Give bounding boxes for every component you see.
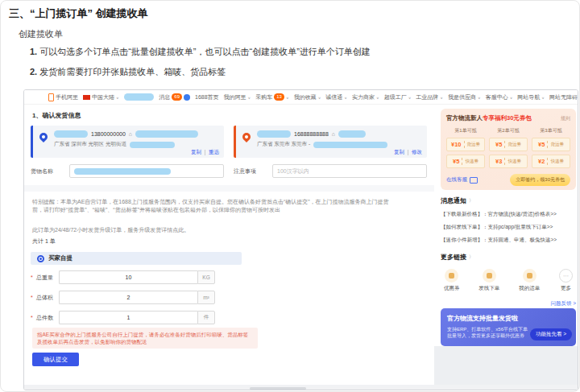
address-cards: 13800000000 ⌂ 广东省 深圳市 光明区 光明街道 复制 重选 bbox=[31, 126, 427, 158]
nav-favorites[interactable]: 我的收藏 ∨ bbox=[294, 93, 321, 101]
nav-accessibility[interactable]: 网站无障碍 bbox=[549, 93, 578, 101]
nav-region[interactable]: 中国大陆 ∨ bbox=[83, 93, 119, 101]
volume-unit: m³ bbox=[197, 291, 215, 304]
nav-label: 客服中心 bbox=[486, 93, 508, 101]
coupon-ticket: ¥2 快递券 bbox=[532, 155, 570, 168]
company-icon: ⌂ bbox=[332, 131, 335, 137]
ticket-divider bbox=[547, 141, 548, 148]
page: 三、“上门揽订单” 创建揽收单 创建揽收单 1.可以勾选多个订单点击“批量创建揽… bbox=[0, 0, 580, 392]
coupon-ticket: ¥5 快递券 bbox=[446, 155, 485, 168]
feedback-link[interactable]: 问题反馈 > bbox=[441, 300, 576, 307]
notice-item-mini-parcel[interactable]: 【迷你小件新增】：支持圆通、申通、极兔快递>> bbox=[441, 237, 576, 244]
nav-supplier[interactable]: 我是供应商 ∨ bbox=[448, 93, 481, 101]
pickup-option-label: 买家自提 bbox=[48, 254, 72, 262]
nav-my-ali[interactable]: 我的阿里 ∨ bbox=[224, 93, 251, 101]
notices-title-label: 消息通知 bbox=[441, 196, 466, 205]
cargo-name-label: 货物名称 bbox=[31, 167, 69, 175]
nav-mobile-ali[interactable]: 手机阿里 bbox=[48, 93, 78, 101]
nav-home[interactable]: 1688首页 bbox=[195, 93, 219, 101]
nav-industrial-brand[interactable]: 工业品牌 ∨ bbox=[416, 93, 443, 101]
nav-service-center[interactable]: 客服中心 ∨ bbox=[486, 93, 513, 101]
ticket-divider bbox=[504, 158, 505, 165]
sidebar-background bbox=[434, 346, 578, 385]
more-links-title[interactable]: 更多链接 〉 bbox=[441, 253, 576, 262]
quick-link-coupons[interactable]: 优惠券 bbox=[444, 269, 460, 292]
arrow-right-icon: 〉 bbox=[469, 254, 474, 261]
promo-body: 支持ERP、打单软件、x56平台线下单批量导入，发货更多还享额外优惠券 bbox=[447, 326, 528, 339]
coupon-type: 货运券 bbox=[550, 142, 564, 147]
sender-card-links: 复制 重选 bbox=[191, 149, 219, 156]
coupon-column-3: 第3单可抵 ¥5 货运券 ¥2 快递券 bbox=[532, 127, 570, 168]
quick-link-offline-order[interactable]: 发线下单 bbox=[478, 269, 499, 292]
nav-super-factory[interactable]: 超级工厂 ∨ bbox=[384, 93, 412, 101]
chat-icon bbox=[470, 177, 478, 184]
coupon-rules-link[interactable]: 规则 bbox=[561, 115, 570, 122]
feature-preview-button[interactable]: 功能抢先看 > bbox=[530, 328, 572, 340]
coupon-ticket: ¥10 货运券 bbox=[446, 138, 485, 151]
sender-copy-link[interactable]: 复制 bbox=[191, 149, 201, 156]
quick-link-label: 优惠券 bbox=[444, 285, 460, 292]
top-nav-bar: 手机阿里 中国大陆 ∨ 消息 69 1688首页 我的阿里 ∨ 采购车 bbox=[24, 90, 578, 105]
notes-input[interactable]: 100汉字以内 bbox=[272, 164, 427, 178]
coupon-value: ¥2 bbox=[538, 158, 545, 165]
pickup-warning-text: 指AE买家合作的上门揽服务公司自行上门提货，请务必在准备好货物后打印箱唛、货品标… bbox=[32, 328, 258, 349]
notice-item-offline-order[interactable]: 【如何发线下单】：支持pc/app/批量线下订单>> bbox=[441, 224, 576, 231]
online-service-link[interactable]: 在线客服 bbox=[446, 176, 478, 184]
nav-label: 工业品牌 bbox=[416, 93, 438, 101]
notices-title[interactable]: 消息通知 〉 bbox=[441, 196, 576, 205]
online-service-label: 在线客服 bbox=[446, 176, 467, 184]
quick-link-label: 更多 bbox=[561, 285, 571, 292]
nav-label: 我的阿里 bbox=[224, 93, 246, 101]
nav-messages[interactable]: 消息 69 bbox=[159, 93, 190, 101]
nav-label: 消息 bbox=[159, 93, 170, 101]
coupon-title: 官方物流新人 bbox=[446, 114, 483, 122]
total-volume-value: 2 bbox=[127, 295, 130, 300]
total-weight-value: 10 bbox=[126, 274, 132, 280]
ticket-divider bbox=[547, 158, 548, 165]
section-divider bbox=[24, 185, 434, 192]
quick-link-more[interactable]: ⋯ 更多 bbox=[559, 269, 573, 292]
quick-link-label: 我的运单 bbox=[519, 285, 540, 292]
company-icon: ⌂ bbox=[129, 131, 132, 137]
total-count-input[interactable]: 1 bbox=[59, 311, 197, 324]
promo-panel: 官方物流支持批量发货啦 支持ERP、打单软件、x56平台线下单批量导入，发货更多… bbox=[441, 308, 576, 346]
nav-strong-merchant[interactable]: 实力商家 ∨ bbox=[352, 93, 379, 101]
chevron-down-icon: ∨ bbox=[376, 95, 379, 99]
order-total-text: 共计 1 单 bbox=[32, 237, 56, 246]
quick-link-waybills[interactable]: 我的运单 bbox=[519, 269, 540, 292]
required-mark: * bbox=[31, 315, 35, 320]
sender-reselect-link[interactable]: 重选 bbox=[209, 149, 219, 156]
censored-sender-address bbox=[130, 142, 175, 148]
cart-count-badge: 13 bbox=[274, 93, 284, 101]
coupon-type: 货运券 bbox=[467, 142, 481, 147]
sign-now-button[interactable]: 立即签约，领30元券包 bbox=[510, 174, 570, 186]
total-volume-input[interactable]: 2 bbox=[59, 291, 197, 304]
receiver-modify-link[interactable]: 修改 bbox=[412, 149, 422, 156]
chevron-down-icon: ∨ bbox=[344, 95, 347, 99]
special-reminder-text: 特别提醒：本单为AE自营订单，在1688上门揽服务范围内，仅支持买家自提。您在确… bbox=[32, 198, 396, 214]
coupon-panel-header: 官方物流新人 专享福利30元券包 规则 bbox=[446, 114, 570, 122]
nav-site-nav[interactable]: 网站导航 ∨ bbox=[517, 93, 545, 101]
total-weight-input[interactable]: 10 bbox=[59, 270, 197, 284]
cargo-name-field: 货物名称 bbox=[31, 164, 224, 178]
nav-label: 超级工厂 bbox=[384, 93, 407, 101]
chevron-down-icon: ∨ bbox=[318, 95, 321, 99]
confirm-submit-button[interactable]: 确认提交 bbox=[32, 353, 79, 366]
coupon-type: 快递券 bbox=[508, 159, 521, 164]
nav-label: 我是供应商 bbox=[448, 93, 476, 101]
notes-placeholder: 100汉字以内 bbox=[277, 167, 309, 175]
chevron-down-icon: ∨ bbox=[510, 95, 513, 99]
doc-title: 三、“上门揽订单” 创建揽收单 bbox=[9, 6, 148, 21]
coupon-value: ¥5 bbox=[538, 141, 545, 148]
receiver-copy-link[interactable]: 复制 bbox=[394, 149, 404, 156]
chevron-down-icon: ∨ bbox=[248, 95, 251, 99]
buyer-self-pickup-option[interactable]: 买家自提 bbox=[31, 252, 242, 265]
cargo-name-input[interactable] bbox=[69, 164, 224, 178]
coupon-columns: 第1单可抵 ¥10 货运券 ¥5 快递券 第2单可抵 ¥5 bbox=[446, 127, 570, 168]
censored-account-name bbox=[124, 93, 155, 101]
nav-chengxintong[interactable]: 诚信通 ∨ bbox=[325, 93, 347, 101]
nav-cart[interactable]: 采购车 13 ∨ bbox=[255, 93, 288, 101]
nav-label: 手机阿里 bbox=[56, 93, 78, 101]
horizontal-scrollbar[interactable] bbox=[250, 387, 306, 390]
notice-item-price-list[interactable]: 【下载最新价格】：官方物流(快递/货运)价格表>> bbox=[441, 211, 576, 218]
